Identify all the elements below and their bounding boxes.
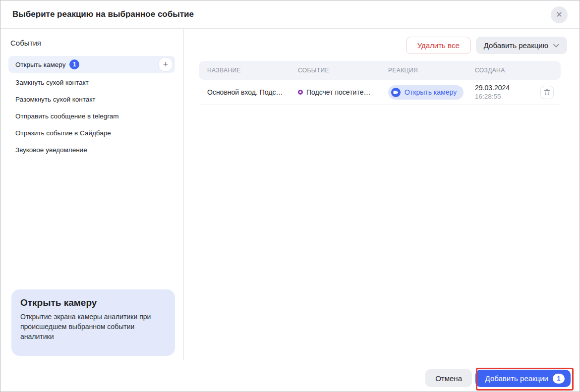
reactions-panel: Удалить все Добавить реакцию НАЗВАНИЕ СО… bbox=[184, 29, 580, 361]
info-card-description: Открытие экрана камеры аналитики при про… bbox=[20, 312, 164, 342]
reaction-pill-label: Открыть камеру bbox=[405, 88, 457, 96]
sidebar-item-label: Открыть камеру bbox=[15, 61, 65, 68]
reaction-dialog: Выберите реакцию на выбранное событие ✕ … bbox=[0, 0, 580, 392]
add-reaction-dropdown-button[interactable]: Добавить реакцию bbox=[476, 37, 567, 54]
row-created: 29.03.2024 16:28:55 bbox=[466, 83, 533, 101]
submit-count-badge: 1 bbox=[553, 374, 565, 384]
created-time: 16:28:55 bbox=[475, 92, 533, 101]
column-header-name: НАЗВАНИЕ bbox=[199, 67, 290, 74]
dialog-title: Выберите реакцию на выбранное событие bbox=[12, 9, 194, 19]
created-date: 29.03.2024 bbox=[475, 83, 533, 92]
add-event-reaction-button[interactable]: + bbox=[158, 57, 173, 72]
dialog-header: Выберите реакцию на выбранное событие ✕ bbox=[0, 0, 580, 29]
reactions-toolbar: Удалить все Добавить реакцию bbox=[406, 37, 567, 54]
chevron-down-icon bbox=[553, 44, 559, 48]
column-header-created: СОЗДАНА bbox=[466, 67, 533, 74]
table-row: Основной вход. Подс… Подсчет посетите… О… bbox=[199, 80, 561, 105]
sidebar-item-sidebar-event[interactable]: Отразить событие в Сайдбаре bbox=[8, 124, 175, 141]
sidebar-item-label: Разомкнуть сухой контакт bbox=[15, 96, 96, 103]
reaction-pill[interactable]: Открыть камеру bbox=[388, 85, 464, 100]
sidebar-item-open-dry-contact[interactable]: Разомкнуть сухой контакт bbox=[8, 91, 175, 108]
row-event: Подсчет посетите… bbox=[290, 88, 380, 96]
events-sidebar: События Открыть камеру 1 + Замкнуть сухо… bbox=[0, 29, 184, 361]
submit-label: Добавить реакции bbox=[485, 374, 548, 383]
sidebar-item-label: Замкнуть сухой контакт bbox=[15, 79, 89, 86]
submit-reactions-button[interactable]: Добавить реакции 1 bbox=[475, 370, 571, 387]
events-heading: События bbox=[10, 39, 41, 47]
sidebar-item-label: Отправить сообщение в telegram bbox=[15, 112, 119, 120]
row-event-label: Подсчет посетите… bbox=[306, 88, 370, 96]
sidebar-item-close-dry-contact[interactable]: Замкнуть сухой контакт bbox=[8, 74, 175, 91]
delete-all-button[interactable]: Удалить все bbox=[406, 37, 471, 54]
row-name: Основной вход. Подс… bbox=[199, 88, 290, 96]
plus-icon: + bbox=[163, 59, 169, 69]
sidebar-item-label: Отразить событие в Сайдбаре bbox=[15, 129, 111, 137]
reaction-info-card: Открыть камеру Открытие экрана камеры ан… bbox=[11, 289, 175, 356]
table-header-row: НАЗВАНИЕ СОБЫТИЕ РЕАКЦИЯ СОЗДАНА bbox=[199, 61, 561, 80]
event-type-icon bbox=[298, 90, 303, 95]
camera-icon bbox=[391, 88, 401, 97]
add-reaction-label: Добавить реакцию bbox=[484, 41, 548, 50]
trash-icon bbox=[544, 89, 550, 96]
row-actions bbox=[533, 86, 561, 99]
sidebar-item-open-camera[interactable]: Открыть камеру 1 + bbox=[8, 56, 175, 73]
events-list: Замкнуть сухой контакт Разомкнуть сухой … bbox=[8, 74, 175, 158]
column-header-reaction: РЕАКЦИЯ bbox=[380, 67, 466, 74]
sidebar-item-telegram-message[interactable]: Отправить сообщение в telegram bbox=[8, 108, 175, 124]
sidebar-item-label: Звуковое уведомление bbox=[15, 146, 87, 154]
sidebar-item-sound-notification[interactable]: Звуковое уведомление bbox=[8, 141, 175, 158]
row-reaction: Открыть камеру bbox=[380, 85, 466, 100]
reactions-table: НАЗВАНИЕ СОБЫТИЕ РЕАКЦИЯ СОЗДАНА Основно… bbox=[199, 61, 561, 105]
column-header-event: СОБЫТИЕ bbox=[290, 67, 380, 74]
info-card-title: Открыть камеру bbox=[20, 297, 166, 308]
close-icon: ✕ bbox=[556, 10, 562, 19]
selected-count-badge: 1 bbox=[69, 59, 79, 69]
cancel-button[interactable]: Отмена bbox=[425, 369, 472, 387]
dialog-footer: Отмена Добавить реакции 1 bbox=[0, 360, 580, 392]
delete-row-button[interactable] bbox=[540, 86, 554, 99]
close-button[interactable]: ✕ bbox=[551, 6, 568, 23]
